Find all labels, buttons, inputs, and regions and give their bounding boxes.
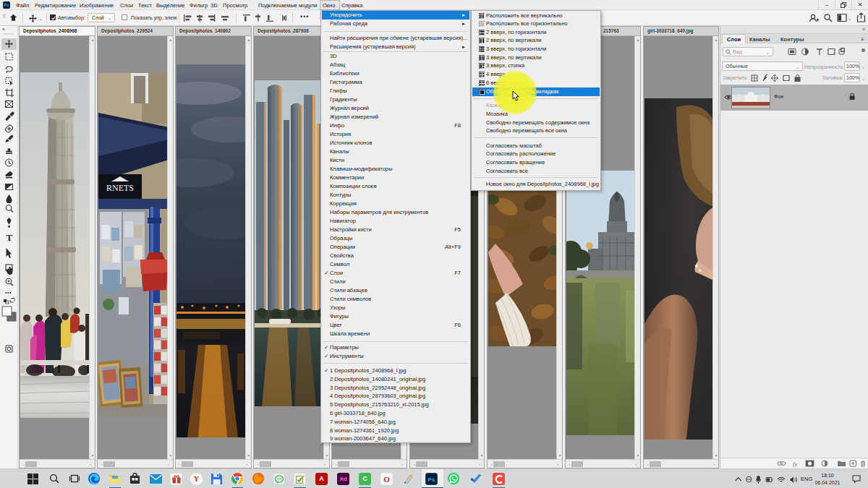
svg-text:fx: fx [793, 461, 798, 468]
svg-text:•••: ••• [5, 290, 12, 295]
svg-text:T: T [7, 232, 13, 243]
svg-text:RNETS: RNETS [106, 183, 134, 193]
